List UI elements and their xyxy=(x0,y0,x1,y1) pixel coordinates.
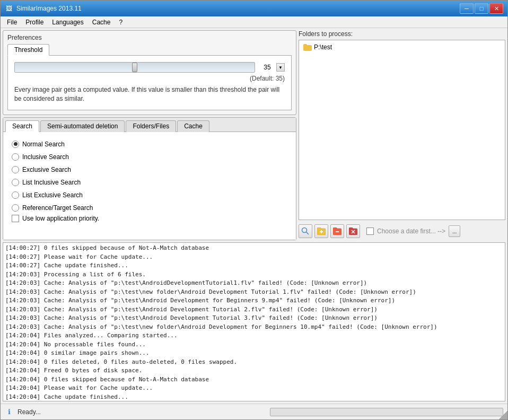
svg-line-1 xyxy=(306,232,309,235)
log-line: [14:20:03] Cache: Analysis of "p:\test\A… xyxy=(5,305,503,314)
low-priority-label: Use low application priority. xyxy=(22,215,99,222)
log-line: [14:00:27] 0 files skipped because of No… xyxy=(5,244,503,253)
threshold-tab-group: Threshold xyxy=(7,43,292,56)
remove-folder-icon xyxy=(333,228,341,235)
menu-help[interactable]: ? xyxy=(115,17,127,28)
radio-circle-list-exclusive[interactable] xyxy=(12,191,19,199)
menu-bar: File Profile Languages Cache ? xyxy=(1,16,507,28)
close-button[interactable]: ✕ xyxy=(489,3,503,14)
tab-search[interactable]: Search xyxy=(5,120,39,132)
right-panel: Folders to process: P:\test xyxy=(299,30,505,240)
slider-dropdown[interactable]: ▼ xyxy=(276,63,285,72)
log-line: [14:20:04] No processable files found... xyxy=(5,340,503,349)
slider-value: 35 xyxy=(259,64,275,71)
menu-file[interactable]: File xyxy=(3,17,21,28)
radio-label-reference: Reference/Target Search xyxy=(22,204,93,212)
app-icon: 🖼 xyxy=(5,4,13,13)
log-line: [14:20:03] Cache: Analysis of "p:\test\n… xyxy=(5,288,503,297)
tab-semi-auto[interactable]: Semi-automated deletion xyxy=(40,120,125,132)
log-line: [14:20:03] Cache: Analysis of "p:\test\n… xyxy=(5,323,503,332)
default-value-text: (Default: 35) xyxy=(14,75,285,82)
log-line: [14:20:04] 0 similar image pairs shown..… xyxy=(5,349,503,358)
threshold-description: Every image pair gets a computed value. … xyxy=(14,85,285,103)
left-panel: Preferences Threshold 35 ▼ xyxy=(3,30,296,240)
search-mode-group: Normal Search Inclusive Search Exclusive… xyxy=(12,141,287,212)
radio-label-list-exclusive: List Exclusive Search xyxy=(22,191,83,199)
radio-normal-search[interactable]: Normal Search xyxy=(12,141,287,148)
radio-circle-inclusive[interactable] xyxy=(12,153,19,161)
radio-label-normal: Normal Search xyxy=(22,141,65,148)
slider-value-container: 35 ▼ xyxy=(259,63,285,72)
window-controls: ─ □ ✕ xyxy=(460,3,503,14)
status-text: Ready... xyxy=(17,408,266,416)
preferences-label: Preferences xyxy=(7,34,292,41)
app-title: SimilarImages 2013.11 xyxy=(16,5,460,12)
log-line: [14:20:04] 0 files deleted, 0 files auto… xyxy=(5,358,503,367)
radio-circle-reference[interactable] xyxy=(12,204,19,212)
log-line: [14:20:04] Please wait for Cache update.… xyxy=(5,384,503,393)
add-folder-button[interactable] xyxy=(314,224,328,238)
folders-tree: P:\test xyxy=(299,40,505,220)
threshold-tab[interactable]: Threshold xyxy=(7,44,49,56)
radio-reference-target[interactable]: Reference/Target Search xyxy=(12,204,287,212)
log-line: [14:20:04] Cache update finished... xyxy=(5,393,503,402)
status-icon: ℹ xyxy=(5,408,13,416)
folder-icon xyxy=(303,44,312,51)
low-priority-checkbox-item[interactable]: Use low application priority. xyxy=(12,215,287,222)
search-panel: Search Semi-automated deletion Folders/F… xyxy=(3,117,296,240)
menu-cache[interactable]: Cache xyxy=(88,17,115,28)
log-area[interactable]: [14:00:27] 0 files skipped because of No… xyxy=(3,242,505,401)
log-line: [14:20:04] Files analyzed... Comparing s… xyxy=(5,331,503,340)
resize-grip[interactable] xyxy=(499,411,507,419)
progress-bar xyxy=(270,408,503,416)
tab-cache[interactable]: Cache xyxy=(177,120,209,132)
tab-folders-files[interactable]: Folders/Files xyxy=(126,120,176,132)
menu-profile[interactable]: Profile xyxy=(21,17,48,28)
remove-folder-button[interactable] xyxy=(330,224,344,238)
folder-path: P:\test xyxy=(314,43,332,51)
radio-inclusive-search[interactable]: Inclusive Search xyxy=(12,153,287,161)
add-folder-icon xyxy=(317,228,326,235)
log-line: [14:20:03] Cache: Analysis of "p:\test\A… xyxy=(5,314,503,323)
log-line: [14:20:03] Cache: Analysis of "p:\test\A… xyxy=(5,279,503,288)
slider-row: 35 ▼ xyxy=(14,62,285,73)
radio-circle-list-inclusive[interactable] xyxy=(12,179,19,186)
menu-languages[interactable]: Languages xyxy=(48,17,87,28)
search-tabs: Search Semi-automated deletion Folders/F… xyxy=(3,118,296,132)
radio-exclusive-search[interactable]: Exclusive Search xyxy=(12,166,287,173)
radio-label-exclusive: Exclusive Search xyxy=(22,166,71,173)
search-content: Normal Search Inclusive Search Exclusive… xyxy=(3,132,296,240)
threshold-slider[interactable] xyxy=(14,62,255,73)
log-line: [14:20:03] Cache: Analysis of "p:\test\A… xyxy=(5,296,503,305)
log-line: [14:20:04] 0 files skipped because of No… xyxy=(5,375,503,384)
radio-circle-normal[interactable] xyxy=(12,141,19,148)
maximize-button[interactable]: □ xyxy=(475,3,488,14)
app-window: 🖼 SimilarImages 2013.11 ─ □ ✕ File Profi… xyxy=(0,0,508,420)
search-folders-button[interactable] xyxy=(299,224,312,238)
log-line: [14:20:04] Freed 0 bytes of disk space. xyxy=(5,366,503,375)
radio-label-inclusive: Inclusive Search xyxy=(22,153,69,161)
folders-label: Folders to process: xyxy=(299,30,505,38)
clear-folders-button[interactable] xyxy=(346,224,360,238)
panels-area: Preferences Threshold 35 ▼ xyxy=(1,28,507,242)
minimize-button[interactable]: ─ xyxy=(460,3,474,14)
date-filter: Choose a date first... --> ... xyxy=(366,225,460,237)
threshold-content: 35 ▼ (Default: 35) Every image pair gets… xyxy=(7,56,292,110)
preferences-box: Preferences Threshold 35 ▼ xyxy=(3,30,296,115)
search-icon xyxy=(301,227,310,235)
folder-toolbar: Choose a date first... --> ... xyxy=(299,222,505,240)
slider-thumb[interactable] xyxy=(132,63,137,72)
svg-point-0 xyxy=(302,228,307,233)
log-line: [14:00:27] Please wait for Cache update.… xyxy=(5,253,503,262)
radio-label-list-inclusive: List Inclusive Search xyxy=(22,179,81,186)
log-section: [14:00:27] 0 files skipped because of No… xyxy=(1,242,507,404)
radio-list-exclusive[interactable]: List Exclusive Search xyxy=(12,191,287,199)
radio-list-inclusive[interactable]: List Inclusive Search xyxy=(12,179,287,186)
status-bar: ℹ Ready... xyxy=(1,404,507,419)
log-line: [14:20:03] Processing a list of 6 files. xyxy=(5,270,503,279)
folder-item-test[interactable]: P:\test xyxy=(301,42,503,52)
date-picker-button[interactable]: ... xyxy=(449,225,460,237)
date-filter-checkbox[interactable] xyxy=(366,228,374,235)
low-priority-checkbox[interactable] xyxy=(12,215,19,222)
radio-circle-exclusive[interactable] xyxy=(12,166,19,173)
